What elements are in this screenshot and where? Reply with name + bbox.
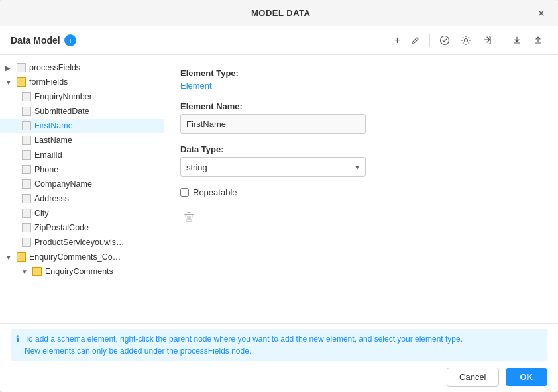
folder-icon <box>32 266 42 277</box>
tree-item-submitteddate[interactable]: SubmittedDate <box>0 104 164 119</box>
element-name-input[interactable] <box>180 114 366 134</box>
close-button[interactable]: × <box>535 6 547 21</box>
repeatable-checkbox[interactable] <box>180 188 189 197</box>
tree-item-label: CompanyName <box>34 179 92 189</box>
toggle-icon: ▶ <box>5 64 16 72</box>
tree-item-zippostalcode[interactable]: ZipPostalCode <box>0 220 164 235</box>
edit-button[interactable] <box>407 33 424 48</box>
toolbar: Data Model i + <box>0 26 558 55</box>
svg-rect-3 <box>188 212 191 213</box>
folder-icon <box>16 252 27 262</box>
tree-item-label: SubmittedDate <box>34 107 89 116</box>
settings-button[interactable] <box>457 32 475 48</box>
tree-panel: ▶ processFields ▼ formFields EnquiryNumb… <box>0 55 164 323</box>
data-type-select[interactable]: string integer boolean date number <box>180 157 366 177</box>
tree-item-lastname[interactable]: LastName <box>0 133 164 148</box>
element-name-group: Element Name: <box>180 101 542 134</box>
field-icon <box>21 91 32 102</box>
tree-item-enquirynumber[interactable]: EnquiryNumber <box>0 89 164 104</box>
field-icon <box>16 62 27 73</box>
tree-item-label: ZipPostalCode <box>34 223 89 232</box>
repeatable-label[interactable]: Repeatable <box>193 187 237 197</box>
tree-item-label: EnquiryComments <box>45 267 113 276</box>
tree-item-label: EnquiryNumber <box>34 92 92 101</box>
element-type-group: Element Type: Element <box>180 68 542 91</box>
share-button[interactable] <box>478 32 496 48</box>
svg-point-0 <box>441 36 449 45</box>
toggle-icon: ▼ <box>5 254 16 261</box>
cancel-button[interactable]: Cancel <box>447 368 498 387</box>
dialog-footer: ℹ To add a schema element, right-click t… <box>0 323 558 392</box>
tree-item-formfields[interactable]: ▼ formFields <box>0 75 164 89</box>
tree-item-label: LastName <box>34 136 72 145</box>
tree-item-label: ProductServiceyouwishtoe <box>34 238 127 247</box>
tree-item-label: FirstName <box>34 121 73 130</box>
tree-item-label: formFields <box>29 77 68 87</box>
toolbar-divider-2 <box>502 34 502 47</box>
upload-button[interactable] <box>529 32 547 48</box>
repeatable-row: Repeatable <box>180 187 542 197</box>
info-bar-icon: ℹ <box>16 334 19 344</box>
folder-icon <box>16 77 27 87</box>
check-button[interactable] <box>435 32 454 48</box>
data-type-select-wrapper: string integer boolean date number ▼ <box>180 157 366 177</box>
field-icon <box>21 179 32 189</box>
toolbar-right: + <box>390 32 547 49</box>
model-data-dialog: MODEL DATA × Data Model i + <box>0 0 558 392</box>
toggle-icon: ▼ <box>5 79 16 86</box>
field-icon <box>21 193 32 204</box>
field-icon <box>21 121 32 131</box>
data-type-group: Data Type: string integer boolean date n… <box>180 144 542 177</box>
svg-point-1 <box>465 39 468 42</box>
tree-item-label: Addresss <box>34 194 69 203</box>
data-type-label: Data Type: <box>180 144 542 154</box>
dialog-title: MODEL DATA <box>27 8 535 18</box>
tree-item-label: City <box>34 209 49 218</box>
tree-item-label: EnquiryComments_Comm <box>29 252 122 262</box>
tree-item-phone[interactable]: Phone <box>0 162 164 177</box>
info-bar: ℹ To add a schema element, right-click t… <box>11 329 547 361</box>
delete-button[interactable] <box>180 208 197 228</box>
field-icon <box>21 164 32 175</box>
footer-actions: Cancel OK <box>11 368 547 387</box>
toolbar-divider-1 <box>429 34 430 47</box>
dialog-body: ▶ processFields ▼ formFields EnquiryNumb… <box>0 55 558 323</box>
field-icon <box>21 237 32 248</box>
detail-panel: Element Type: Element Element Name: Data… <box>164 55 558 323</box>
add-button[interactable]: + <box>390 32 404 49</box>
download-button[interactable] <box>508 32 526 48</box>
tree-item-enquirycomments-comm[interactable]: ▼ EnquiryComments_Comm <box>0 250 164 264</box>
tree-item-productservice[interactable]: ProductServiceyouwishtoe <box>0 235 164 250</box>
info-line1: To add a schema element, right-click the… <box>25 334 463 344</box>
info-line2-suffix: node. <box>229 346 251 356</box>
field-icon <box>21 135 32 146</box>
field-icon <box>21 106 32 117</box>
tree-item-firstname[interactable]: FirstName <box>0 119 164 133</box>
field-icon <box>21 208 32 219</box>
dialog-header: MODEL DATA × <box>0 0 558 26</box>
tree-item-enquirycomments[interactable]: ▼ EnquiryComments <box>0 264 164 279</box>
toggle-icon: ▼ <box>21 268 32 275</box>
delete-group <box>180 208 542 228</box>
element-name-label: Element Name: <box>180 101 542 111</box>
tree-item-companyname[interactable]: CompanyName <box>0 177 164 191</box>
tree-item-addresss[interactable]: Addresss <box>0 191 164 206</box>
data-model-title: Data Model <box>11 35 60 46</box>
info-text: To add a schema element, right-click the… <box>25 333 463 357</box>
tree-item-processfields[interactable]: ▶ processFields <box>0 60 164 75</box>
info-icon[interactable]: i <box>64 34 76 46</box>
tree-item-city[interactable]: City <box>0 206 164 220</box>
tree-item-label: Phone <box>34 165 58 174</box>
tree-item-label: EmailId <box>34 150 62 160</box>
element-type-value: Element <box>180 81 542 91</box>
info-line2-link: processFields <box>180 346 229 356</box>
toolbar-left: Data Model i <box>11 34 76 46</box>
tree-item-emailid[interactable]: EmailId <box>0 148 164 162</box>
repeatable-group: Repeatable <box>180 187 542 197</box>
tree-item-label: processFields <box>29 63 80 72</box>
field-icon <box>21 150 32 160</box>
element-type-label: Element Type: <box>180 68 542 78</box>
info-line2-prefix: New elements can only be added under the <box>25 346 180 356</box>
field-icon <box>21 222 32 233</box>
ok-button[interactable]: OK <box>506 368 548 386</box>
